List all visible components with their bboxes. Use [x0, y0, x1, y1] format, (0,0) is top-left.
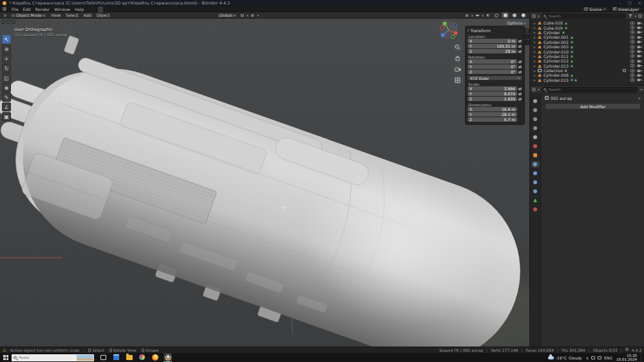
zoom-icon[interactable]	[453, 43, 462, 52]
lock-icon[interactable]	[517, 50, 522, 53]
editor-type-button[interactable]	[3, 13, 8, 18]
perspective-toggle-icon[interactable]	[453, 76, 462, 84]
workspace-tab[interactable]	[91, 6, 97, 12]
weather-widget[interactable]: -16°C Cloudy	[548, 356, 582, 360]
hide-eye-icon[interactable]	[630, 54, 635, 58]
network-icon[interactable]	[591, 356, 595, 359]
tool-button-measure[interactable]: ∠	[2, 102, 11, 111]
hide-eye-icon[interactable]	[630, 78, 635, 82]
hide-eye-icon[interactable]	[630, 40, 635, 44]
search-promo-image[interactable]	[77, 355, 93, 361]
outliner-row[interactable]: ▸ Cube.018	[530, 21, 644, 25]
disable-render-icon[interactable]	[637, 54, 642, 58]
workspace-tab[interactable]	[98, 6, 103, 12]
viewport-corner-widgets[interactable]	[1, 20, 15, 24]
number-field[interactable]: X 0 m	[468, 39, 517, 43]
tool-button-cursor[interactable]: ⊕	[2, 44, 11, 53]
hide-eye-icon[interactable]	[630, 64, 635, 68]
number-field[interactable]: Z 0°	[468, 70, 517, 74]
shading-material-button[interactable]	[511, 12, 518, 18]
shading-solid-button[interactable]	[502, 12, 509, 18]
viewport-canvas[interactable]	[0, 19, 529, 347]
number-field[interactable]: X 16.4 m	[468, 107, 517, 111]
proportional-dropdown[interactable]: ▾	[257, 14, 259, 17]
menu[interactable]: Help	[75, 7, 84, 12]
number-field[interactable]: Z 28 m	[468, 49, 517, 53]
taskbar-app-task-view[interactable]	[99, 353, 108, 362]
workspace-tab[interactable]	[117, 6, 122, 12]
viewport-3d[interactable]: User Orthographic (21) Башня ГК | 002 ан…	[0, 19, 529, 347]
taskbar-search[interactable]	[12, 354, 94, 361]
new-collection-icon[interactable]	[638, 14, 642, 18]
outliner-row[interactable]: ▸ Cylinder.010	[530, 49, 644, 53]
outliner-row[interactable]: ▸ Cube.019	[530, 25, 644, 30]
disable-render-icon[interactable]	[637, 30, 642, 34]
number-field[interactable]: X 0°	[468, 59, 517, 64]
disable-render-icon[interactable]	[637, 78, 642, 82]
outliner-row[interactable]: ▸ Cylinder.001	[530, 35, 644, 39]
properties-tab-physics[interactable]	[531, 179, 540, 186]
gizmo-x-neg[interactable]	[440, 26, 444, 29]
disable-render-icon[interactable]	[637, 64, 642, 68]
properties-tab-particles[interactable]	[531, 170, 540, 176]
workspace-tab[interactable]	[137, 6, 142, 12]
disable-render-icon[interactable]	[637, 69, 642, 73]
scene-selector[interactable]: Scene ✕	[582, 6, 608, 12]
hide-eye-icon[interactable]	[630, 73, 635, 77]
taskbar-clock[interactable]: 15:35 10.01.2024	[616, 354, 637, 362]
number-field[interactable]: Y 28.2 m	[468, 112, 517, 117]
transform-orientation-dropdown[interactable]: Global ▾	[216, 13, 238, 18]
hide-eye-icon[interactable]	[630, 50, 635, 53]
disable-render-icon[interactable]	[637, 26, 642, 30]
n-panel-tab[interactable]	[525, 28, 529, 33]
disable-render-icon[interactable]	[637, 73, 642, 77]
lock-icon[interactable]	[517, 44, 522, 48]
navigation-gizmo[interactable]	[439, 21, 459, 40]
lock-icon[interactable]	[517, 87, 522, 90]
tool-button-move[interactable]: +	[2, 54, 11, 63]
disable-render-icon[interactable]	[637, 21, 642, 25]
camera-view-icon[interactable]	[453, 65, 462, 73]
workspace-tab[interactable]	[162, 6, 167, 12]
properties-tab-object[interactable]	[531, 152, 540, 158]
pan-hand-icon[interactable]	[453, 54, 462, 62]
filter-icon[interactable]	[628, 14, 632, 18]
outliner-row[interactable]: ▸ Cylinder.002	[530, 40, 644, 44]
disable-render-icon[interactable]	[637, 45, 642, 49]
menu[interactable]: Window	[54, 7, 70, 12]
shading-rendered-button[interactable]	[520, 12, 527, 18]
workspace-tab[interactable]	[149, 6, 155, 12]
workspace-tab[interactable]	[104, 6, 109, 12]
disable-render-icon[interactable]	[637, 50, 642, 53]
hide-eye-icon[interactable]	[630, 26, 635, 30]
gizmo-x-axis[interactable]	[454, 32, 458, 35]
outliner-row[interactable]: ▸ Cylinder.011	[530, 54, 644, 59]
tool-button-scale[interactable]: ◱	[2, 73, 11, 82]
viewport-menu[interactable]: View	[51, 13, 61, 17]
lock-icon[interactable]	[517, 39, 522, 43]
disable-render-icon[interactable]	[637, 40, 642, 44]
taskbar-search-input[interactable]	[19, 356, 64, 359]
editor-type-icon[interactable]	[532, 88, 536, 91]
gizmo-y-neg[interactable]	[451, 35, 455, 39]
properties-tab-output[interactable]	[531, 116, 540, 122]
workspace-tab[interactable]	[130, 6, 135, 12]
taskbar-app-photos[interactable]	[138, 353, 146, 362]
workspace-tab[interactable]	[124, 6, 129, 12]
properties-tab-tool[interactable]	[531, 98, 540, 104]
taskbar-app-blender[interactable]	[164, 353, 172, 362]
gizmo-z-neg[interactable]	[453, 24, 457, 27]
snap-magnet-icon[interactable]	[240, 13, 245, 18]
hide-eye-icon[interactable]	[630, 30, 635, 34]
outliner-search-input[interactable]	[542, 14, 627, 19]
lock-icon[interactable]	[517, 60, 522, 63]
tool-button-add-cube[interactable]: ▣	[2, 112, 11, 121]
number-field[interactable]: Y 195.31 m	[468, 44, 517, 48]
gizmo-z-axis[interactable]	[441, 33, 445, 37]
outliner-row[interactable]: ▸ Cylinder.013	[530, 64, 644, 68]
properties-tab-modifiers[interactable]	[531, 161, 540, 167]
hide-eye-icon[interactable]	[630, 69, 635, 73]
menu[interactable]: File	[12, 7, 19, 12]
hide-eye-icon[interactable]	[630, 21, 635, 25]
number-field[interactable]: X 3.996	[468, 86, 517, 91]
